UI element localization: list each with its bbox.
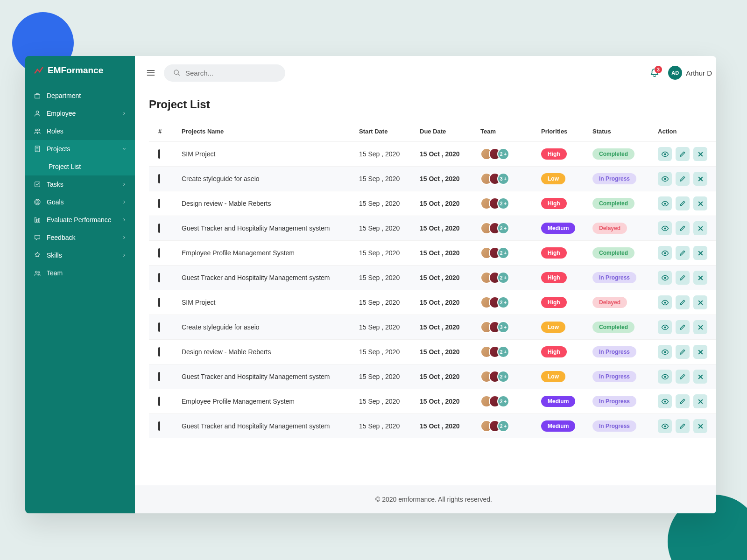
user-menu[interactable]: AD Arthur D: [668, 66, 716, 80]
delete-button[interactable]: [693, 196, 707, 210]
search-input[interactable]: [185, 69, 276, 77]
row-checkbox[interactable]: [158, 224, 160, 233]
view-button[interactable]: [658, 345, 672, 359]
team-more-count[interactable]: 2 +: [497, 148, 509, 160]
delete-button[interactable]: [693, 172, 707, 186]
view-button[interactable]: [658, 295, 672, 309]
view-button[interactable]: [658, 196, 672, 210]
delete-button[interactable]: [693, 370, 707, 384]
team-more-count[interactable]: 2 +: [497, 247, 509, 259]
view-button[interactable]: [658, 320, 672, 334]
footer-text: © 2020 emformance. All rights reserved.: [375, 496, 492, 503]
delete-button[interactable]: [693, 221, 707, 235]
row-checkbox[interactable]: [158, 149, 160, 159]
edit-button[interactable]: [676, 320, 690, 334]
row-checkbox[interactable]: [158, 397, 160, 406]
edit-button[interactable]: [676, 147, 690, 161]
delete-button[interactable]: [693, 345, 707, 359]
edit-button[interactable]: [676, 221, 690, 235]
row-checkbox[interactable]: [158, 298, 160, 307]
main-area: 3 AD Arthur D Project List # Projects Na…: [135, 56, 716, 513]
sidebar-item-tasks[interactable]: Tasks: [25, 175, 135, 193]
team-more-count[interactable]: 2 +: [497, 371, 509, 383]
view-button[interactable]: [658, 172, 672, 186]
team-more-count[interactable]: 2 +: [497, 420, 509, 432]
row-checkbox[interactable]: [158, 248, 160, 258]
table-row: Guest Tracker and Hospitality Management…: [149, 265, 716, 290]
edit-button[interactable]: [676, 295, 690, 309]
edit-button[interactable]: [676, 419, 690, 433]
due-date: 15 Oct , 2020: [420, 373, 480, 380]
delete-button[interactable]: [693, 320, 707, 334]
team-more-count[interactable]: 2 +: [497, 296, 509, 308]
close-icon: [697, 349, 704, 356]
row-checkbox[interactable]: [158, 421, 160, 431]
team-more-count[interactable]: 2 +: [497, 222, 509, 234]
view-button[interactable]: [658, 419, 672, 433]
brand-icon: [34, 65, 44, 76]
view-button[interactable]: [658, 221, 672, 235]
due-date: 15 Oct , 2020: [420, 422, 480, 430]
close-icon: [697, 373, 704, 380]
chevron-right-icon: [122, 235, 127, 240]
team-more-count[interactable]: 2 +: [497, 197, 509, 210]
delete-button[interactable]: [693, 147, 707, 161]
delete-button[interactable]: [693, 271, 707, 285]
delete-button[interactable]: [693, 394, 707, 408]
sidebar-item-evaluate[interactable]: Evaluate Performance: [25, 211, 135, 229]
sidebar-item-employee[interactable]: Employee: [25, 105, 135, 122]
delete-button[interactable]: [693, 246, 707, 260]
table-row: Create styleguide for aseio 15 Sep , 202…: [149, 315, 716, 339]
row-checkbox[interactable]: [158, 273, 160, 282]
pencil-icon: [679, 299, 686, 306]
svg-point-18: [664, 252, 666, 254]
menu-toggle-button[interactable]: [146, 68, 155, 77]
view-button[interactable]: [658, 370, 672, 384]
edit-button[interactable]: [676, 370, 690, 384]
status-badge: In Progress: [592, 396, 636, 407]
status-badge: In Progress: [592, 272, 636, 283]
view-button[interactable]: [658, 147, 672, 161]
view-button[interactable]: [658, 271, 672, 285]
start-date: 15 Sep , 2020: [359, 224, 420, 232]
edit-button[interactable]: [676, 196, 690, 210]
delete-button[interactable]: [693, 295, 707, 309]
team-more-count[interactable]: 2 +: [497, 272, 509, 284]
team-more-count[interactable]: 3 +: [497, 173, 509, 185]
sidebar-item-goals[interactable]: Goals: [25, 193, 135, 211]
team-avatars: 2 +: [480, 222, 541, 234]
sidebar-subitem-project-list[interactable]: Project List: [25, 158, 135, 175]
sidebar-item-projects[interactable]: Projects: [25, 140, 135, 158]
team-avatars: 2 +: [480, 148, 541, 160]
sidebar-item-department[interactable]: Department: [25, 87, 135, 105]
edit-button[interactable]: [676, 271, 690, 285]
edit-button[interactable]: [676, 246, 690, 260]
notifications-button[interactable]: 3: [649, 68, 660, 78]
row-checkbox[interactable]: [158, 347, 160, 357]
svg-point-24: [664, 400, 666, 402]
notification-count: 3: [655, 66, 662, 73]
sidebar-item-team[interactable]: Team: [25, 264, 135, 282]
table-row: Design review - Mable Reberts 15 Sep , 2…: [149, 339, 716, 364]
row-checkbox[interactable]: [158, 174, 160, 183]
row-checkbox[interactable]: [158, 199, 160, 208]
team-more-count[interactable]: 3 +: [497, 321, 509, 333]
team-more-count[interactable]: 2 +: [497, 395, 509, 407]
view-button[interactable]: [658, 394, 672, 408]
view-button[interactable]: [658, 246, 672, 260]
edit-button[interactable]: [676, 394, 690, 408]
sidebar-item-roles[interactable]: Roles: [25, 122, 135, 140]
table-row: Guest Tracker and Hospitality Management…: [149, 364, 716, 389]
delete-button[interactable]: [693, 419, 707, 433]
sidebar-item-feedback[interactable]: Feedback: [25, 229, 135, 246]
team-avatars: 3 +: [480, 173, 541, 185]
row-checkbox[interactable]: [158, 372, 160, 381]
sidebar-item-skills[interactable]: Skills: [25, 246, 135, 264]
team-more-count[interactable]: 2 +: [497, 346, 509, 358]
search-box[interactable]: [164, 64, 285, 82]
col-header-name: Projects Name: [182, 128, 359, 135]
row-checkbox[interactable]: [158, 322, 160, 332]
edit-button[interactable]: [676, 172, 690, 186]
svg-point-19: [664, 277, 666, 279]
edit-button[interactable]: [676, 345, 690, 359]
